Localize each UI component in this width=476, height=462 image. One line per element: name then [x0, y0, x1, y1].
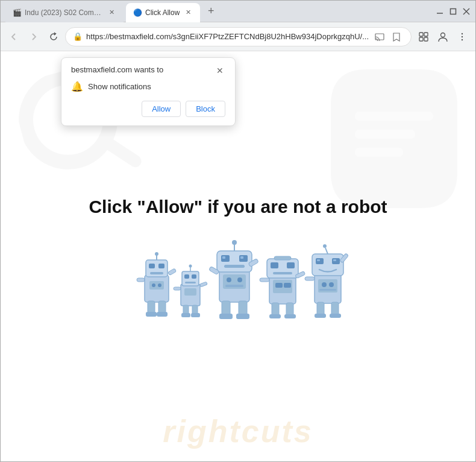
svg-rect-15 [355, 112, 433, 121]
svg-rect-80 [275, 283, 283, 288]
tab2-close[interactable]: ✕ [183, 8, 193, 17]
maximize-button[interactable] [449, 7, 457, 16]
svg-rect-31 [149, 281, 164, 290]
svg-rect-41 [174, 287, 181, 290]
svg-rect-81 [284, 283, 291, 288]
watermark-text: rightcuts [163, 413, 313, 449]
svg-rect-17 [355, 148, 403, 157]
svg-rect-21 [158, 264, 164, 268]
tab2-favicon: 🔵 [133, 8, 142, 17]
svg-point-64 [227, 277, 231, 282]
svg-rect-47 [184, 288, 196, 296]
svg-rect-86 [317, 259, 320, 261]
url-bar[interactable]: 🔒 https://bestmaxfield.com/s3gnEiiXF7Ptz… [65, 27, 412, 46]
page-content: rightcuts Click "Allow" if you are not a… [1, 51, 475, 461]
svg-rect-84 [316, 258, 324, 264]
svg-rect-78 [284, 314, 296, 318]
svg-rect-68 [267, 259, 298, 278]
svg-rect-30 [157, 312, 168, 317]
svg-rect-5 [419, 33, 423, 36]
tab1-title: Indu (2023) S02 Complete Beng [25, 8, 103, 17]
back-button[interactable] [5, 28, 22, 45]
svg-rect-36 [184, 274, 189, 279]
refresh-button[interactable] [45, 28, 61, 45]
cast-icon[interactable] [372, 30, 387, 44]
url-actions [372, 30, 404, 44]
svg-rect-46 [191, 313, 200, 317]
svg-line-88 [325, 248, 328, 254]
close-button[interactable] [462, 7, 471, 16]
svg-point-65 [237, 277, 242, 282]
svg-rect-51 [239, 255, 248, 262]
svg-rect-99 [319, 289, 336, 291]
svg-rect-16 [355, 130, 415, 139]
svg-rect-42 [199, 282, 207, 287]
svg-rect-25 [137, 278, 145, 282]
tab1-close[interactable]: ✕ [107, 8, 116, 17]
title-bar: 🎬 Indu (2023) S02 Complete Beng ✕ 🔵 Clic… [1, 1, 475, 22]
svg-rect-70 [287, 262, 295, 268]
svg-point-97 [322, 282, 327, 287]
window-controls [436, 7, 471, 16]
svg-rect-28 [158, 301, 166, 313]
svg-rect-69 [271, 262, 278, 268]
new-tab-button[interactable]: + [202, 3, 219, 20]
popup-close-button[interactable]: ✕ [215, 65, 225, 76]
svg-rect-77 [269, 314, 281, 318]
svg-rect-54 [224, 265, 245, 268]
tab-active[interactable]: 🔵 Click Allow ✕ [126, 3, 200, 22]
profile-button[interactable] [434, 28, 451, 45]
popup-notification-row: 🔔 Show notifications [71, 81, 225, 92]
svg-point-98 [329, 282, 334, 287]
svg-point-89 [323, 244, 327, 248]
svg-rect-35 [182, 271, 199, 286]
main-page-text: Click "Allow" if you are not a robot [89, 197, 387, 217]
svg-rect-90 [305, 277, 315, 280]
lock-icon: 🔒 [73, 32, 83, 41]
svg-rect-37 [192, 274, 196, 279]
svg-rect-6 [424, 33, 428, 36]
svg-point-9 [441, 33, 445, 37]
svg-rect-71 [273, 272, 292, 274]
svg-rect-85 [332, 258, 340, 264]
bookmark-icon[interactable] [389, 30, 404, 44]
svg-rect-94 [315, 314, 326, 318]
svg-rect-27 [148, 301, 155, 313]
toolbar-actions [415, 28, 471, 45]
svg-rect-66 [225, 285, 243, 287]
bell-icon: 🔔 [71, 81, 83, 92]
address-bar: 🔒 https://bestmaxfield.com/s3gnEiiXF7Ptz… [1, 22, 475, 51]
forward-button[interactable] [25, 28, 42, 45]
svg-point-10 [462, 33, 463, 34]
svg-rect-62 [236, 314, 249, 319]
minimize-button[interactable] [436, 7, 444, 16]
popup-notification-text: Show notifications [88, 82, 151, 91]
svg-line-14 [105, 135, 135, 168]
tab1-favicon: 🎬 [13, 8, 21, 17]
svg-point-40 [189, 264, 192, 267]
svg-rect-53 [240, 256, 243, 259]
svg-rect-26 [168, 268, 177, 275]
tab-inactive[interactable]: 🎬 Indu (2023) S02 Complete Beng ✕ [5, 3, 124, 22]
svg-point-11 [462, 36, 463, 37]
menu-button[interactable] [454, 28, 471, 45]
svg-rect-60 [239, 301, 247, 315]
svg-rect-95 [330, 314, 341, 318]
svg-rect-7 [419, 37, 423, 41]
svg-rect-93 [331, 302, 339, 315]
popup-header: bestmaxfield.com wants to ✕ [71, 65, 225, 76]
svg-rect-73 [260, 278, 269, 282]
svg-rect-59 [222, 301, 230, 315]
allow-button[interactable]: Allow [142, 101, 181, 117]
svg-rect-50 [221, 255, 230, 262]
extensions-button[interactable] [415, 28, 432, 45]
block-button[interactable]: Block [186, 101, 225, 117]
popup-title: bestmaxfield.com wants to [71, 65, 163, 74]
svg-rect-92 [317, 302, 324, 315]
svg-point-12 [462, 39, 463, 40]
svg-rect-72 [274, 256, 291, 260]
svg-rect-1 [451, 8, 456, 14]
robots-illustration [117, 224, 359, 320]
svg-rect-45 [181, 313, 190, 317]
svg-rect-87 [333, 259, 336, 261]
